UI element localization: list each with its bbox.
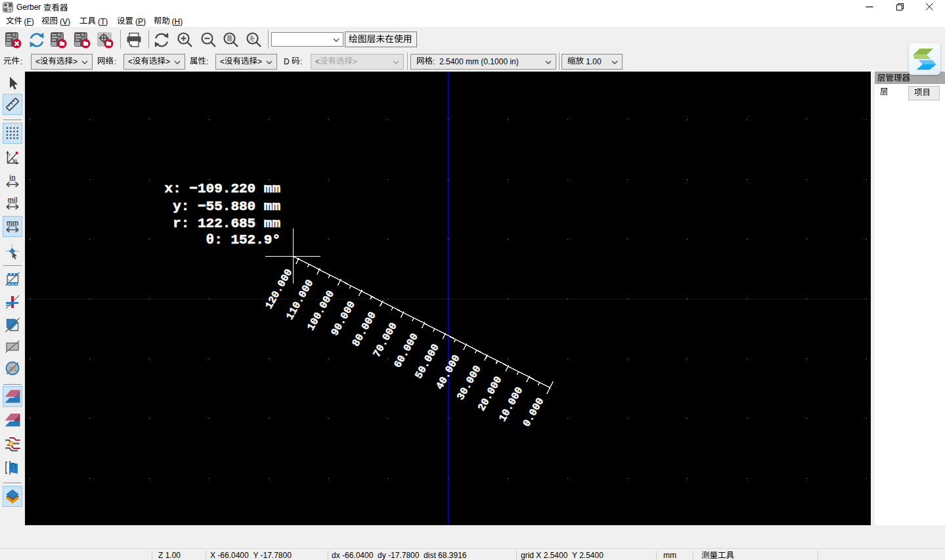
svg-text:in: in <box>9 173 15 181</box>
svg-text:x: −109.220 mm: x: −109.220 mm <box>165 181 280 196</box>
svg-text:θ: θ <box>14 158 17 164</box>
svg-text:mm: mm <box>7 219 19 226</box>
svg-text:θ: 152.9°: θ: 152.9° <box>206 232 280 248</box>
svg-text:mil: mil <box>7 196 17 204</box>
svg-text:r: 122.685 mm: r: 122.685 mm <box>173 216 280 231</box>
svg-text:r: r <box>9 152 11 158</box>
svg-text:y: −55.880 mm: y: −55.880 mm <box>173 199 280 214</box>
